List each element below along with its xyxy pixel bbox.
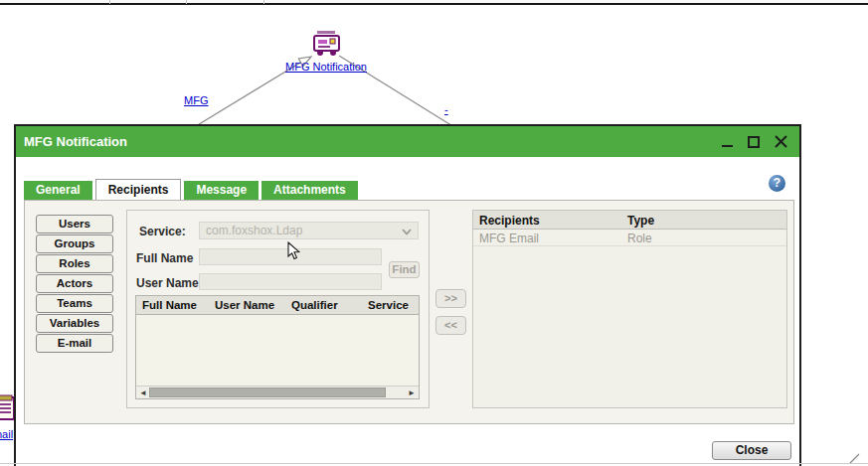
minimize-icon[interactable]	[720, 135, 734, 149]
mfg-notification-dialog: MFG Notification ? General Recipients Me…	[14, 124, 801, 466]
recipient-name: MFG Email	[479, 232, 539, 245]
help-icon[interactable]: ?	[769, 175, 785, 192]
tab-attachments[interactable]: Attachments	[261, 181, 358, 200]
screen: MFG Notification MFG - nail MFG Notifica…	[0, 0, 868, 466]
dialog-titlebar[interactable]: MFG Notification	[16, 126, 799, 157]
top-toolbar-edge	[0, 0, 868, 5]
window-bottom-edge	[0, 463, 868, 464]
close-button[interactable]: Close	[712, 441, 791, 460]
user-name-label: User Name	[136, 276, 199, 290]
source-button-actors[interactable]: Actors	[36, 274, 113, 293]
service-selected-value: com.foxshox.Ldap	[206, 224, 302, 237]
node-link-email-clipped[interactable]: nail	[0, 428, 13, 440]
horizontal-scrollbar[interactable]: ◄ ►	[136, 386, 419, 398]
mouse-cursor	[287, 241, 301, 261]
scrollbar-thumb[interactable]	[149, 388, 386, 397]
toolbar-separator	[186, 0, 187, 4]
service-label: Service:	[139, 225, 186, 238]
dialog-title: MFG Notification	[24, 134, 127, 149]
scroll-right-icon[interactable]: ►	[408, 388, 416, 398]
col-qualifier: Qualifier	[291, 299, 338, 311]
tab-message[interactable]: Message	[184, 181, 259, 200]
recipients-tab-panel: Users Groups Roles Actors Teams Variable…	[24, 200, 794, 424]
recipient-type: Role	[627, 232, 652, 245]
recipient-row[interactable]: MFG Email Role	[473, 230, 786, 246]
tab-general[interactable]: General	[24, 181, 92, 200]
maximize-icon[interactable]	[747, 135, 761, 149]
node-link-mfg-notification[interactable]: MFG Notification	[281, 61, 371, 73]
col-recipients: Recipients	[479, 214, 540, 228]
user-search-panel: Service: com.foxshox.Ldap Full Name Find…	[126, 210, 430, 408]
toolbar-separator	[109, 0, 110, 4]
notification-node-icon	[314, 31, 339, 56]
scroll-left-icon[interactable]: ◄	[139, 388, 147, 398]
source-button-users[interactable]: Users	[36, 215, 113, 233]
source-button-groups[interactable]: Groups	[36, 234, 113, 253]
user-name-input[interactable]	[199, 273, 382, 290]
source-button-variables[interactable]: Variables	[36, 314, 113, 333]
find-button[interactable]: Find	[389, 261, 420, 278]
recipients-header: Recipients Type	[473, 211, 786, 230]
chevron-down-icon	[402, 229, 412, 235]
source-button-roles[interactable]: Roles	[36, 254, 113, 273]
recipients-table: Recipients Type MFG Email Role	[472, 210, 787, 408]
tab-recipients[interactable]: Recipients	[95, 179, 182, 200]
add-recipient-button[interactable]: >>	[435, 289, 466, 308]
col-service: Service	[368, 299, 409, 311]
resize-grip[interactable]	[847, 452, 861, 464]
tab-bar: General Recipients Message Attachments	[24, 179, 361, 200]
toolbar-separator	[263, 0, 264, 4]
col-full-name: Full Name	[142, 299, 197, 311]
search-results-header: Full Name User Name Qualifier Service	[136, 296, 419, 315]
service-select[interactable]: com.foxshox.Ldap	[199, 222, 419, 239]
col-type: Type	[627, 214, 654, 228]
full-name-label: Full Name	[136, 251, 193, 265]
close-icon[interactable]	[774, 135, 787, 149]
remove-recipient-button[interactable]: <<	[435, 316, 466, 335]
source-button-teams[interactable]: Teams	[36, 294, 113, 313]
col-user-name: User Name	[215, 299, 274, 311]
source-button-email[interactable]: E-mail	[36, 334, 113, 353]
transition-link-partial[interactable]: -	[444, 103, 448, 115]
search-results-table: Full Name User Name Qualifier Service ◄ …	[135, 295, 420, 399]
transition-link-mfg[interactable]: MFG	[184, 94, 208, 106]
